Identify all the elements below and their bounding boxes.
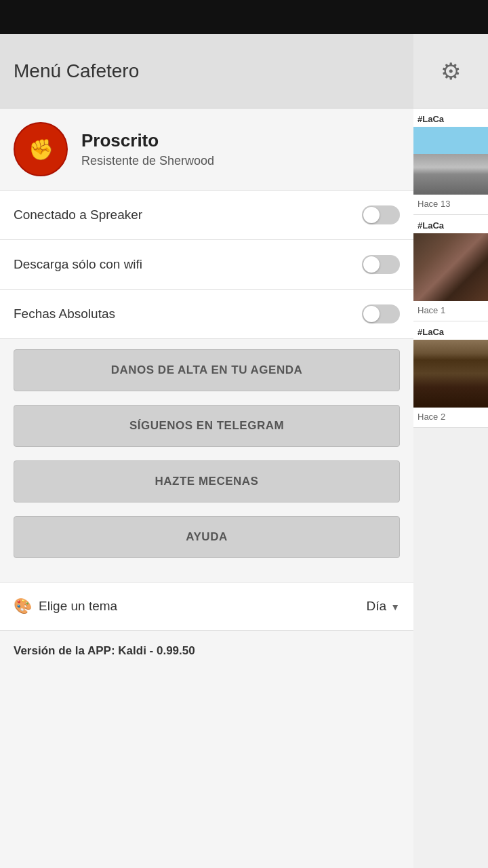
feed-item-1-tag: #LaCa [413, 108, 488, 127]
profile-name: Proscrito [81, 130, 214, 151]
feed-item-3-image [413, 340, 488, 408]
toggle-wifi[interactable] [362, 255, 400, 274]
right-header[interactable]: ⚙ [413, 34, 488, 108]
feed-item-2[interactable]: #LaCa Hace 1 [413, 215, 488, 321]
profile-section: ✊ Proscrito Resistente de Sherwood [0, 108, 413, 191]
feed-item-2-timestamp: Hace 1 [413, 301, 488, 321]
app-header: Menú Cafetero [0, 34, 413, 108]
setting-spreaker: Conectado a Spreaker [0, 191, 413, 240]
setting-dates: Fechas Absolutas [0, 290, 413, 339]
setting-dates-label: Fechas Absolutas [14, 307, 115, 321]
feed-item-3-tag: #LaCa [413, 321, 488, 340]
buttons-section: DANOS DE ALTA EN TU AGENDA SÍGUENOS EN T… [0, 339, 413, 582]
status-bar [0, 0, 488, 34]
right-panel: ⚙ #LaCa Hace 13 #LaCa Hace 1 #LaCa Hace … [413, 34, 488, 868]
mecenas-button[interactable]: HAZTE MECENAS [14, 460, 400, 502]
chevron-down-icon [390, 599, 400, 614]
version-text: Versión de la APP: Kaldi - 0.99.50 [14, 644, 195, 657]
feed-item-1-image [413, 127, 488, 195]
feed-item-1[interactable]: #LaCa Hace 13 [413, 108, 488, 215]
version-section: Versión de la APP: Kaldi - 0.99.50 [0, 631, 413, 671]
palette-icon: 🎨 [14, 597, 32, 615]
theme-picker-left: 🎨 Elige un tema [14, 597, 117, 615]
fist-icon: ✊ [28, 138, 54, 161]
theme-picker[interactable]: 🎨 Elige un tema Día [0, 582, 413, 631]
theme-picker-right[interactable]: Día [367, 599, 400, 614]
feed-item-3[interactable]: #LaCa Hace 2 [413, 321, 488, 428]
agenda-button[interactable]: DANOS DE ALTA EN TU AGENDA [14, 349, 400, 391]
avatar: ✊ [14, 122, 68, 176]
telegram-button[interactable]: SÍGUENOS EN TELEGRAM [14, 405, 400, 447]
feed-item-3-timestamp: Hace 2 [413, 408, 488, 427]
feed-item-2-tag: #LaCa [413, 215, 488, 233]
main-layout: Menú Cafetero ✊ Proscrito Resistente de … [0, 34, 488, 868]
current-theme: Día [367, 599, 387, 614]
setting-wifi-label: Descarga sólo con wifi [14, 257, 142, 272]
avatar-inner: ✊ [20, 129, 61, 170]
toggle-dates[interactable] [362, 304, 400, 323]
profile-info: Proscrito Resistente de Sherwood [81, 130, 214, 168]
setting-spreaker-label: Conectado a Spreaker [14, 208, 142, 222]
setting-wifi: Descarga sólo con wifi [0, 240, 413, 290]
theme-picker-label: Elige un tema [39, 599, 117, 614]
feed-item-2-image [413, 233, 488, 301]
feed-item-1-timestamp: Hace 13 [413, 195, 488, 214]
profile-subtitle: Resistente de Sherwood [81, 154, 214, 168]
gear-icon[interactable]: ⚙ [441, 58, 461, 85]
toggle-spreaker[interactable] [362, 205, 400, 224]
left-panel: Menú Cafetero ✊ Proscrito Resistente de … [0, 34, 413, 868]
app-title: Menú Cafetero [14, 60, 139, 82]
ayuda-button[interactable]: AYUDA [14, 516, 400, 558]
